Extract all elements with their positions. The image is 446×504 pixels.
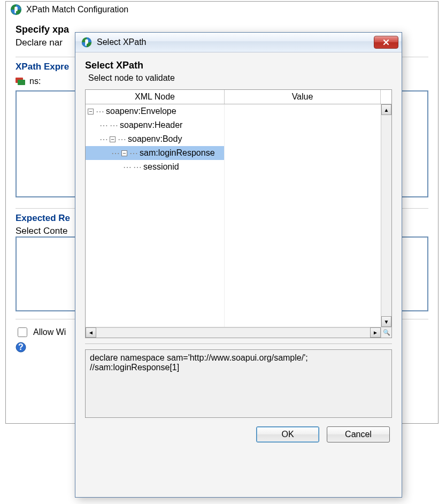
svg-rect-3 xyxy=(14,11,16,13)
tree-connector-icon: ⋯ xyxy=(111,148,120,158)
namespace-icon[interactable] xyxy=(16,78,25,85)
scroll-down-button[interactable]: ▼ xyxy=(381,316,391,327)
column-header-node[interactable]: XML Node xyxy=(86,90,225,104)
tree-value-column xyxy=(225,104,381,327)
svg-rect-5 xyxy=(18,80,25,85)
select-xpath-subheading: Select node to validate xyxy=(88,73,392,83)
tree-node-label: soapenv:Envelope xyxy=(106,106,176,116)
cancel-button[interactable]: Cancel xyxy=(327,426,390,442)
tree-connector-icon: ⋯ xyxy=(99,134,109,144)
tree-row[interactable]: ⋯−⋯soapenv:Body xyxy=(86,132,225,146)
collapse-icon[interactable]: − xyxy=(110,136,116,142)
tree-row[interactable]: ⋯−⋯sam:loginResponse xyxy=(86,146,225,160)
xml-tree-panel: XML Node Value −⋯soapenv:Envelope⋯⋯soape… xyxy=(85,89,392,338)
select-xpath-dialog: Select XPath Select XPath Select node to… xyxy=(75,32,402,498)
scroll-left-button[interactable]: ◄ xyxy=(86,327,96,338)
scroll-right-button[interactable]: ► xyxy=(370,327,381,338)
window-titlebar: XPath Match Configuration xyxy=(6,2,438,18)
tree-connector-icon: ⋯ xyxy=(123,162,132,172)
zoom-icon[interactable]: 🔍 xyxy=(381,327,391,338)
xpath-output-textarea[interactable]: declare namespace sam='http://www.soapui… xyxy=(85,349,392,418)
app-logo-icon xyxy=(10,4,22,16)
help-icon[interactable]: ? xyxy=(16,342,26,353)
collapse-icon[interactable]: − xyxy=(121,150,127,156)
column-header-value[interactable]: Value xyxy=(225,90,381,104)
svg-rect-2 xyxy=(14,7,18,11)
allow-wildcards-label: Allow Wi xyxy=(33,327,66,337)
tree-node-column: −⋯soapenv:Envelope⋯⋯soapenv:Header⋯−⋯soa… xyxy=(86,104,225,327)
allow-wildcards-checkbox[interactable] xyxy=(18,327,27,337)
dialog-title: Select XPath xyxy=(97,37,147,47)
svg-rect-10 xyxy=(85,40,88,44)
column-header-spacer xyxy=(381,90,391,104)
app-logo-icon xyxy=(81,36,93,48)
tree-row[interactable]: −⋯soapenv:Envelope xyxy=(86,104,225,118)
tree-connector-icon: ⋯ xyxy=(129,148,139,158)
ok-button[interactable]: OK xyxy=(256,426,319,442)
separator xyxy=(85,343,392,344)
collapse-icon[interactable]: − xyxy=(88,109,94,114)
scroll-up-button[interactable]: ▲ xyxy=(381,104,391,115)
vertical-scrollbar[interactable]: ▲ ▼ xyxy=(381,104,391,327)
tree-connector-icon: ⋯ xyxy=(133,162,142,172)
dialog-titlebar[interactable]: Select XPath xyxy=(75,33,402,52)
tree-node-label: sam:loginResponse xyxy=(140,148,215,158)
tree-node-label: sessionid xyxy=(143,162,179,172)
ns-label: ns: xyxy=(29,77,41,86)
svg-text:?: ? xyxy=(18,342,24,352)
tree-connector-icon: ⋯ xyxy=(110,120,119,131)
close-button[interactable] xyxy=(374,36,398,49)
svg-rect-11 xyxy=(85,43,87,46)
tree-connector-icon: ⋯ xyxy=(99,120,109,131)
tree-node-label: soapenv:Header xyxy=(120,120,182,130)
h-scroll-track[interactable] xyxy=(96,327,370,338)
close-icon xyxy=(383,39,389,45)
scroll-track[interactable] xyxy=(381,115,391,316)
tree-connector-icon: ⋯ xyxy=(96,106,105,117)
tree-row[interactable]: ⋯⋯soapenv:Header xyxy=(86,118,225,132)
tree-row[interactable]: ⋯⋯sessionid? xyxy=(86,160,225,174)
window-title: XPath Match Configuration xyxy=(26,5,128,14)
select-xpath-heading: Select XPath xyxy=(85,60,392,71)
tree-connector-icon: ⋯ xyxy=(118,134,127,144)
tree-node-label: soapenv:Body xyxy=(128,134,182,144)
